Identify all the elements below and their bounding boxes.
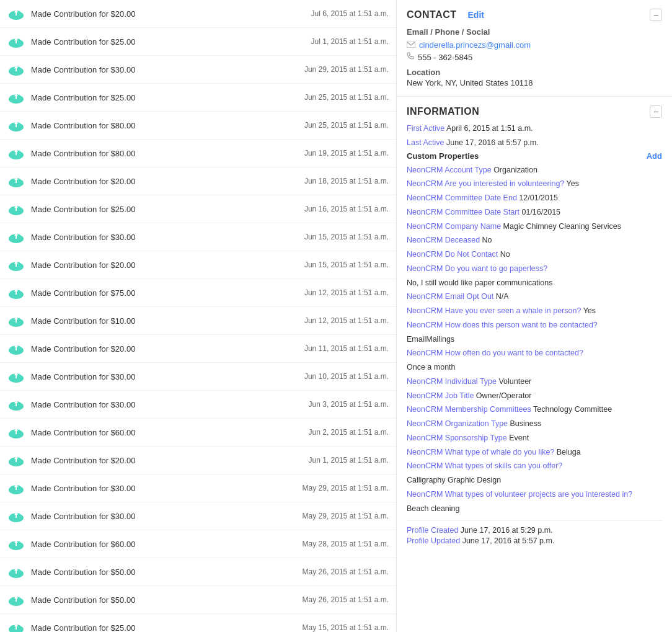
information-collapse-button[interactable]: −	[650, 105, 662, 118]
property-value-standalone: Once a month	[407, 363, 456, 372]
property-row: NeonCRM How does this person want to be …	[407, 319, 662, 331]
property-row: Calligraphy Graphic Design	[407, 474, 662, 486]
property-row: NeonCRM What types of volunteer projects…	[407, 489, 662, 501]
svg-rect-101	[15, 459, 17, 462]
activity-text: Made Contribution for $75.00	[31, 288, 304, 298]
contribution-icon	[7, 563, 25, 581]
property-label: NeonCRM Committee Date Start	[407, 208, 519, 216]
activity-list: Made Contribution for $20.00 Jul 6, 2015…	[0, 0, 396, 632]
property-row: EmailMailings	[407, 334, 662, 345]
activity-date: Jun 12, 2015 at 1:51 a.m.	[304, 288, 389, 297]
property-label: NeonCRM What types of skills can you off…	[407, 461, 562, 470]
list-item: Made Contribution for $25.00 Jun 25, 201…	[0, 84, 396, 112]
contribution-icon	[7, 61, 25, 78]
svg-rect-131	[15, 599, 17, 602]
list-item: Made Contribution for $60.00 Jun 2, 2015…	[0, 419, 396, 447]
edit-link[interactable]: Edit	[468, 10, 484, 20]
property-value: Organization	[492, 166, 537, 174]
svg-rect-65	[15, 292, 17, 295]
list-item: Made Contribution for $20.00 Jul 6, 2015…	[0, 0, 396, 28]
activity-text: Made Contribution for $30.00	[31, 233, 304, 242]
information-title: INFORMATION	[407, 106, 479, 117]
list-item: Made Contribution for $25.00 Jul 1, 2015…	[0, 28, 396, 56]
list-item: Made Contribution for $30.00 Jun 10, 201…	[0, 363, 396, 391]
property-row: NeonCRM Do you want to go paperless?	[407, 263, 662, 275]
activity-date: Jun 25, 2015 at 1:51 a.m.	[304, 93, 389, 102]
activity-text: Made Contribution for $20.00	[31, 456, 309, 465]
contribution-icon	[7, 89, 25, 106]
list-item: Made Contribution for $50.00 May 26, 201…	[0, 558, 396, 586]
activity-text: Made Contribution for $10.00	[31, 316, 304, 326]
svg-rect-113	[15, 515, 17, 518]
phone-value: 555 - 362-5845	[418, 53, 472, 62]
list-item: Made Contribution for $25.00 May 15, 201…	[0, 614, 396, 632]
contribution-icon	[7, 145, 25, 162]
property-value: No	[498, 250, 510, 259]
property-label: NeonCRM Do you want to go paperless?	[407, 264, 547, 273]
list-item: Made Contribution for $60.00 May 28, 201…	[0, 530, 396, 558]
contribution-icon	[7, 368, 25, 385]
property-row: NeonCRM Deceased No	[407, 234, 662, 246]
contribution-icon	[7, 33, 25, 50]
property-row: NeonCRM Have you ever seen a whale in pe…	[407, 305, 662, 317]
custom-properties-list: NeonCRM Account Type OrganizationNeonCRM…	[407, 164, 662, 515]
contribution-icon	[7, 591, 25, 608]
phone-icon	[407, 52, 414, 63]
contribution-icon	[7, 535, 25, 553]
contact-collapse-button[interactable]: −	[650, 9, 662, 21]
profile-created-value-text: June 17, 2016 at 5:29 p.m.	[461, 526, 553, 535]
list-item: Made Contribution for $20.00 Jun 1, 2015…	[0, 447, 396, 474]
property-value: Volunteer	[497, 377, 531, 386]
activity-date: May 26, 2015 at 1:51 a.m.	[303, 567, 389, 576]
contribution-icon	[7, 312, 25, 329]
activity-text: Made Contribution for $80.00	[31, 121, 304, 130]
activity-date: Jun 29, 2015 at 1:51 a.m.	[304, 65, 389, 74]
activity-text: Made Contribution for $50.00	[31, 567, 303, 577]
contribution-icon	[7, 172, 25, 190]
activity-text: Made Contribution for $20.00	[31, 344, 304, 354]
property-label: NeonCRM Committee Date End	[407, 194, 517, 202]
list-item: Made Contribution for $30.00 Jun 15, 201…	[0, 223, 396, 251]
list-item: Made Contribution for $75.00 Jun 12, 201…	[0, 279, 396, 307]
svg-rect-17	[15, 68, 17, 71]
activity-date: Jun 12, 2015 at 1:51 a.m.	[304, 316, 389, 325]
activity-text: Made Contribution for $25.00	[31, 623, 303, 633]
property-row: NeonCRM Email Opt Out N/A	[407, 291, 662, 303]
property-label: NeonCRM Job Title	[407, 391, 474, 400]
property-row: NeonCRM Organization Type Business	[407, 418, 662, 430]
list-item: Made Contribution for $30.00 Jun 29, 201…	[0, 56, 396, 84]
activity-text: Made Contribution for $30.00	[31, 400, 309, 409]
svg-rect-83	[15, 375, 17, 378]
property-label: NeonCRM Membership Committees	[407, 405, 531, 414]
last-active-label: Last Active	[407, 138, 444, 147]
profile-updated-value-text: June 17, 2016 at 5:57 p.m.	[462, 536, 555, 545]
activity-text: Made Contribution for $30.00	[31, 372, 304, 381]
list-item: Made Contribution for $20.00 Jun 18, 201…	[0, 167, 396, 195]
profile-dates: Profile Created June 17, 2016 at 5:29 p.…	[407, 520, 662, 545]
location-label: Location	[407, 68, 662, 77]
first-active-value-text: April 6, 2015 at 1:51 a.m.	[446, 124, 533, 133]
property-label: NeonCRM What types of volunteer projects…	[407, 490, 632, 499]
list-item: Made Contribution for $25.00 Jun 16, 201…	[0, 195, 396, 223]
email-link[interactable]: cinderella.princezs@gmail.com	[419, 40, 531, 50]
property-label: NeonCRM What type of whale do you like?	[407, 448, 554, 456]
svg-rect-53	[15, 236, 17, 239]
property-value-standalone: No, I still would like paper communicati…	[407, 278, 553, 287]
property-label: NeonCRM How does this person want to be …	[407, 321, 598, 329]
profile-created-label: Profile Created	[407, 526, 458, 535]
property-row: NeonCRM Membership Committees Technology…	[407, 404, 662, 416]
property-value: Magic Chimney Cleaning Services	[501, 222, 621, 231]
activity-text: Made Contribution for $20.00	[31, 177, 304, 186]
property-value: Business	[508, 419, 541, 428]
svg-rect-71	[15, 319, 17, 323]
add-property-link[interactable]: Add	[647, 151, 662, 161]
svg-rect-89	[15, 403, 17, 406]
property-value-standalone: EmailMailings	[407, 335, 454, 344]
activity-text: Made Contribution for $25.00	[31, 93, 304, 102]
contribution-icon	[7, 479, 25, 497]
property-value: Owner/Operator	[474, 391, 531, 400]
activity-date: Jun 2, 2015 at 1:51 a.m.	[309, 428, 389, 437]
activity-date: Jun 1, 2015 at 1:51 a.m.	[309, 456, 389, 465]
activity-date: May 28, 2015 at 1:51 a.m.	[303, 540, 389, 548]
property-row: NeonCRM Do Not Contact No	[407, 249, 662, 260]
